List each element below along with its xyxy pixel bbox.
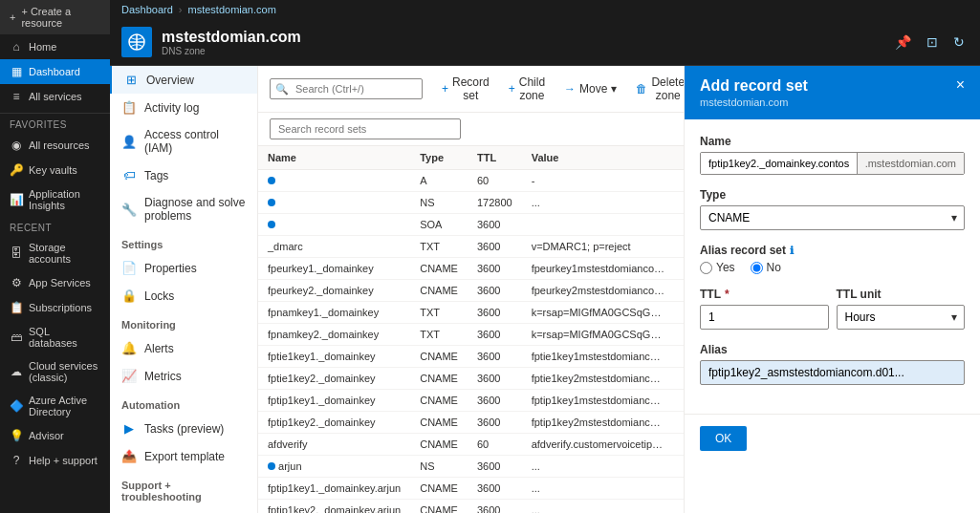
ttl-required: * — [725, 288, 730, 301]
move-button[interactable]: → Move ▾ — [556, 78, 624, 99]
sidebar-item-app-insights[interactable]: 📊 Application Insights — [0, 182, 110, 217]
col-name: Name — [258, 146, 410, 170]
ttl-unit-select[interactable]: Hours Seconds Minutes Days — [837, 305, 966, 330]
content-area: ⊞ Overview 📋 Activity log 👤 Access contr… — [110, 66, 980, 513]
cell-type: CNAME — [410, 346, 468, 368]
alias-no-option[interactable]: No — [751, 261, 781, 274]
cell-type: NS — [410, 192, 468, 214]
zone-title: mstestdomian.com — [162, 29, 301, 46]
record-set-button[interactable]: + Record set — [434, 72, 497, 106]
table-row[interactable]: fptie1key1._domainkeyCNAME3600fptie1key1… — [258, 346, 684, 368]
panel-close-button[interactable]: × — [956, 77, 965, 93]
delete-icon: 🗑 — [636, 82, 647, 96]
left-nav-new-support[interactable]: ❓ New support request — [110, 506, 257, 513]
sidebar-item-subscriptions[interactable]: 📋 Subscriptions — [0, 295, 110, 320]
table-row[interactable]: fptip1key1._domainkeyCNAME3600fptip1key1… — [258, 390, 684, 412]
alias-radio-group: Yes No — [700, 261, 965, 274]
table-row[interactable]: NS172800... — [258, 192, 684, 214]
left-nav-tags[interactable]: 🏷 Tags — [110, 161, 257, 189]
refresh-zone-button[interactable]: ↻ — [949, 32, 969, 52]
sidebar-item-key-vaults[interactable]: 🔑 Key vaults — [0, 158, 110, 182]
cell-value: fptie1key1mstestdomiancom.d0... — [522, 346, 675, 368]
left-nav-tasks[interactable]: ▶ Tasks (preview) — [110, 415, 257, 442]
search-records-input[interactable] — [270, 118, 461, 139]
left-nav-locks[interactable]: 🔒 Locks — [110, 282, 257, 310]
left-nav-alerts[interactable]: 🔔 Alerts — [110, 334, 257, 362]
alias-no-radio[interactable] — [751, 262, 763, 274]
table-row[interactable]: fptip1key2._domainkeyCNAME3600fptip1key2… — [258, 412, 684, 434]
table-row[interactable]: fptip1key1._domainkey.arjunCNAME3600... — [258, 478, 684, 500]
breadcrumb-zone[interactable]: mstestdomian.com — [188, 4, 276, 15]
table-row[interactable]: arjunNS3600... — [258, 456, 684, 478]
cell-alias — [675, 302, 684, 324]
table-row[interactable]: fpnamkey1._domainkeyTXT3600k=rsap=MIGfMA… — [258, 302, 684, 324]
table-row[interactable]: fptip1key2._domainkey.arjunCNAME3600... — [258, 500, 684, 514]
alias-info-icon[interactable]: ℹ — [790, 245, 794, 257]
sidebar-item-storage[interactable]: 🗄 Storage accounts — [0, 236, 110, 270]
cell-ttl: 3600 — [468, 258, 522, 280]
cell-name: fpnamkey2._domainkey — [258, 324, 410, 346]
zone-icon — [121, 27, 152, 57]
sidebar-item-home[interactable]: ⌂ Home — [0, 34, 110, 59]
delete-zone-button[interactable]: 🗑 Delete zone — [628, 72, 684, 106]
ok-button[interactable]: OK — [700, 426, 747, 451]
alias-input[interactable] — [700, 360, 965, 385]
left-nav-overview[interactable]: ⊞ Overview — [110, 66, 257, 94]
sidebar-item-all-services[interactable]: ≡ All services — [0, 84, 110, 109]
diagnose-icon: 🔧 — [121, 203, 137, 217]
sidebar-item-help[interactable]: ? Help + support — [0, 448, 110, 473]
table-row[interactable]: afdverifyCNAME60afdverify.customervoicet… — [258, 434, 684, 456]
table-row[interactable]: fptie1key2._domainkeyCNAME3600fptie1key2… — [258, 368, 684, 390]
name-input[interactable] — [701, 153, 857, 174]
left-nav-metrics[interactable]: 📈 Metrics — [110, 362, 257, 390]
cell-name — [258, 214, 410, 236]
table-row[interactable]: SOA3600 — [258, 214, 684, 236]
cell-ttl: 60 — [468, 170, 522, 192]
cell-ttl: 3600 — [468, 302, 522, 324]
terminal-button[interactable]: ⊡ — [923, 32, 942, 52]
ttl-row: TTL * TTL unit Hours Seconds Minutes — [700, 288, 965, 343]
sidebar-item-sql-databases[interactable]: 🗃 SQL databases — [0, 320, 110, 354]
move-icon: → — [564, 82, 576, 96]
sidebar-item-cloud-services[interactable]: ☁ Cloud services (classic) — [0, 354, 110, 389]
left-nav-access-control[interactable]: 👤 Access control (IAM) — [110, 121, 257, 161]
cell-name: fptie1key2._domainkey — [258, 368, 410, 390]
child-zone-button[interactable]: + Child zone — [501, 72, 553, 106]
alias-yes-radio[interactable] — [700, 262, 712, 274]
export-icon: 📤 — [121, 449, 137, 463]
table-row[interactable]: fpeurkey2._domainkeyCNAME3600fpeurkey2ms… — [258, 280, 684, 302]
table-row[interactable]: fpnamkey2._domainkeyTXT3600k=rsap=MIGfMA… — [258, 324, 684, 346]
type-select-wrapper: CNAME A AAAA MX NS TXT SOA ▾ — [700, 205, 965, 230]
cell-name: fptip1key1._domainkey.arjun — [258, 478, 410, 500]
table-row[interactable]: fpeurkey1._domainkeyCNAME3600fpeurkey1ms… — [258, 258, 684, 280]
search-input[interactable] — [270, 78, 423, 99]
side-panel: Add record set mstestdomian.com × Name .… — [684, 66, 980, 513]
ttl-input[interactable] — [700, 305, 829, 330]
left-nav-diagnose[interactable]: 🔧 Diagnose and solve problems — [110, 189, 257, 229]
name-field-group: Name .mstestdomian.com — [700, 135, 965, 175]
cell-value: ... — [522, 478, 675, 500]
sidebar-item-dashboard[interactable]: ▦ Dashboard — [0, 59, 110, 84]
left-nav-properties[interactable]: 📄 Properties — [110, 254, 257, 282]
sidebar-item-advisor[interactable]: 💡 Advisor — [0, 423, 110, 448]
cell-alias — [675, 324, 684, 346]
cell-alias — [675, 500, 684, 514]
dot-icon — [268, 462, 275, 470]
sidebar-item-aad[interactable]: 🔷 Azure Active Directory — [0, 389, 110, 423]
left-nav-export[interactable]: 📤 Export template — [110, 442, 257, 470]
sidebar-item-all-resources[interactable]: ◉ All resources — [0, 133, 110, 158]
key-vaults-icon: 🔑 — [10, 163, 23, 177]
breadcrumb: Dashboard › mstestdomian.com — [110, 0, 980, 19]
sidebar-item-app-services[interactable]: ⚙ App Services — [0, 270, 110, 295]
pin-button[interactable]: 📌 — [891, 32, 915, 52]
cell-type: TXT — [410, 324, 468, 346]
alias-yes-option[interactable]: Yes — [700, 261, 735, 274]
table-row[interactable]: _dmarcTXT3600v=DMARC1; p=reject — [258, 236, 684, 258]
toolbar: 🔍 + Record set + Child zone → Move ▾ — [258, 66, 684, 113]
cell-alias — [675, 434, 684, 456]
left-nav-activity-log[interactable]: 📋 Activity log — [110, 94, 257, 121]
type-select[interactable]: CNAME A AAAA MX NS TXT SOA — [700, 205, 965, 230]
table-row[interactable]: A60-Fr... — [258, 170, 684, 192]
breadcrumb-dashboard[interactable]: Dashboard — [121, 4, 173, 15]
sidebar-item-create[interactable]: + + Create a resource — [0, 0, 110, 34]
